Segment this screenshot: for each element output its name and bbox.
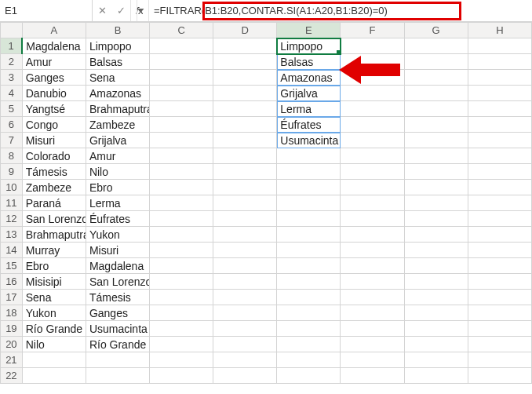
cell-B20[interactable]: Río Grande	[86, 337, 149, 352]
cell-A9[interactable]: Támesis	[22, 164, 86, 180]
cell-F11[interactable]	[341, 195, 404, 211]
cell-H3[interactable]	[468, 70, 531, 86]
cell-C11[interactable]	[150, 195, 213, 211]
cell-A21[interactable]	[22, 352, 86, 368]
cell-A20[interactable]: Nilo	[22, 337, 86, 352]
cell-C7[interactable]	[150, 133, 213, 148]
cell-E15[interactable]	[277, 258, 341, 274]
cell-C22[interactable]	[150, 368, 213, 384]
cell-E11[interactable]	[277, 195, 341, 211]
cell-D5[interactable]	[213, 101, 277, 117]
cell-G22[interactable]	[404, 368, 468, 384]
cell-F5[interactable]	[341, 101, 404, 117]
cell-G20[interactable]	[404, 337, 468, 352]
cell-F1[interactable]	[341, 38, 404, 54]
cell-G18[interactable]	[404, 305, 468, 321]
cell-G1[interactable]	[404, 38, 468, 54]
name-box[interactable]	[5, 5, 137, 16]
cell-F21[interactable]	[341, 352, 404, 368]
cell-C16[interactable]	[150, 274, 213, 290]
cell-B6[interactable]: Zambeze	[86, 117, 149, 133]
cell-G6[interactable]	[404, 117, 468, 133]
cell-F17[interactable]	[341, 290, 404, 305]
cell-G4[interactable]	[404, 86, 468, 101]
cell-F19[interactable]	[341, 321, 404, 337]
cell-F22[interactable]	[341, 368, 404, 384]
cell-D3[interactable]	[213, 70, 277, 86]
cell-B22[interactable]	[86, 368, 149, 384]
row-header-17[interactable]: 17	[1, 290, 23, 305]
cell-E22[interactable]	[277, 368, 341, 384]
cell-C21[interactable]	[150, 352, 213, 368]
cell-C4[interactable]	[150, 86, 213, 101]
cell-A22[interactable]	[22, 368, 86, 384]
cell-B13[interactable]: Yukon	[86, 227, 149, 243]
cell-E10[interactable]	[277, 180, 341, 195]
cell-B9[interactable]: Nilo	[86, 164, 149, 180]
cell-H9[interactable]	[468, 164, 531, 180]
cell-G8[interactable]	[404, 148, 468, 164]
cell-A16[interactable]: Misisipi	[22, 274, 86, 290]
row-header-8[interactable]: 8	[1, 148, 23, 164]
cell-D18[interactable]	[213, 305, 277, 321]
cell-B21[interactable]	[86, 352, 149, 368]
cell-G14[interactable]	[404, 243, 468, 258]
cell-H15[interactable]	[468, 258, 531, 274]
cell-C19[interactable]	[150, 321, 213, 337]
cell-G12[interactable]	[404, 211, 468, 227]
cell-C8[interactable]	[150, 148, 213, 164]
worksheet-grid[interactable]: ABCDEFGH 1MagdalenaLimpopoLimpopo2AmurBa…	[0, 22, 532, 394]
row-header-11[interactable]: 11	[1, 195, 23, 211]
cell-E3[interactable]: Amazonas	[277, 70, 341, 86]
cell-A3[interactable]: Ganges	[22, 70, 86, 86]
cell-A11[interactable]: Paraná	[22, 195, 86, 211]
cell-C6[interactable]	[150, 117, 213, 133]
row-header-5[interactable]: 5	[1, 101, 23, 117]
cell-G15[interactable]	[404, 258, 468, 274]
column-header-A[interactable]: A	[22, 23, 86, 38]
cell-D22[interactable]	[213, 368, 277, 384]
cell-C17[interactable]	[150, 290, 213, 305]
cell-H7[interactable]	[468, 133, 531, 148]
cell-A18[interactable]: Yukon	[22, 305, 86, 321]
cell-H4[interactable]	[468, 86, 531, 101]
cell-A1[interactable]: Magdalena	[22, 38, 86, 54]
cell-E14[interactable]	[277, 243, 341, 258]
cell-E16[interactable]	[277, 274, 341, 290]
cell-D2[interactable]	[213, 54, 277, 70]
cell-G19[interactable]	[404, 321, 468, 337]
cell-H10[interactable]	[468, 180, 531, 195]
cell-H1[interactable]	[468, 38, 531, 54]
cell-D14[interactable]	[213, 243, 277, 258]
cell-C20[interactable]	[150, 337, 213, 352]
cell-E19[interactable]	[277, 321, 341, 337]
cell-D11[interactable]	[213, 195, 277, 211]
cell-G17[interactable]	[404, 290, 468, 305]
cell-D4[interactable]	[213, 86, 277, 101]
cell-C15[interactable]	[150, 258, 213, 274]
cell-E7[interactable]: Usumacinta	[277, 133, 341, 148]
cell-H8[interactable]	[468, 148, 531, 164]
formula-input[interactable]	[149, 0, 532, 21]
cell-F2[interactable]	[341, 54, 404, 70]
row-header-1[interactable]: 1	[1, 38, 23, 54]
cell-F3[interactable]	[341, 70, 404, 86]
cell-B2[interactable]: Balsas	[86, 54, 149, 70]
column-header-E[interactable]: E	[277, 23, 341, 38]
cell-D13[interactable]	[213, 227, 277, 243]
cell-H19[interactable]	[468, 321, 531, 337]
row-header-18[interactable]: 18	[1, 305, 23, 321]
cell-D1[interactable]	[213, 38, 277, 54]
cell-D12[interactable]	[213, 211, 277, 227]
cell-B8[interactable]: Amur	[86, 148, 149, 164]
cell-B17[interactable]: Támesis	[86, 290, 149, 305]
cell-G9[interactable]	[404, 164, 468, 180]
cell-D17[interactable]	[213, 290, 277, 305]
cell-E13[interactable]	[277, 227, 341, 243]
cell-B4[interactable]: Amazonas	[86, 86, 149, 101]
cell-C12[interactable]	[150, 211, 213, 227]
cell-H2[interactable]	[468, 54, 531, 70]
row-header-10[interactable]: 10	[1, 180, 23, 195]
cell-B7[interactable]: Grijalva	[86, 133, 149, 148]
cell-C5[interactable]	[150, 101, 213, 117]
